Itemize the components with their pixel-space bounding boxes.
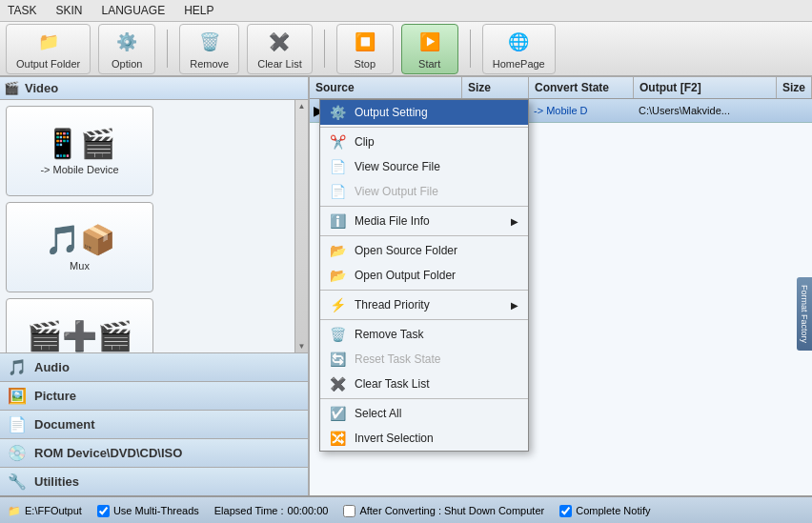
format-factory-tab[interactable]: Format Factory <box>797 277 812 351</box>
after-converting-label: After Converting : Shut Down Computer <box>359 505 544 516</box>
categories-area: 🎵 Audio 🖼️ Picture 📄 Document 💿 ROM Devi… <box>0 352 308 495</box>
picture-category[interactable]: 🖼️ Picture <box>0 381 308 410</box>
left-panel-scrollbar[interactable]: ▲ ▼ <box>294 100 308 352</box>
col-output: Output [F2] <box>634 77 777 98</box>
elapsed-time-value: 00:00:00 <box>288 505 329 516</box>
cm-open-output-folder-label: Open Output Folder <box>355 269 456 282</box>
file-state: -> Mobile D <box>528 101 633 120</box>
cm-clear-task-list-icon: ✖️ <box>330 376 347 392</box>
cm-sep-6 <box>320 398 528 399</box>
clear-list-icon: ✖️ <box>266 29 293 55</box>
mobile-device-card[interactable]: 📱🎬 -> Mobile Device <box>6 106 153 196</box>
utilities-icon: 🔧 <box>8 473 27 491</box>
complete-notify-checkbox[interactable] <box>559 505 572 517</box>
audio-category[interactable]: 🎵 Audio <box>0 352 308 381</box>
multi-threads-checkbox[interactable] <box>97 505 110 517</box>
document-category[interactable]: 📄 Document <box>0 410 308 438</box>
clear-list-label: Clear List <box>257 58 301 70</box>
video-joiner-card[interactable]: 🎬➕🎬 Video Joiner <box>6 298 153 352</box>
cm-clip-icon: ✂️ <box>330 134 347 150</box>
document-label: Document <box>34 417 95 432</box>
cm-sep-3 <box>320 235 528 236</box>
option-button[interactable]: ⚙️ Option <box>98 24 155 74</box>
homepage-label: HomePage <box>493 58 545 70</box>
cm-reset-task-icon: 🔄 <box>330 352 347 367</box>
rom-icon: 💿 <box>8 444 27 462</box>
stop-button[interactable]: ⏹️ Stop <box>336 24 394 74</box>
cm-invert-selection-label: Invert Selection <box>355 432 434 445</box>
menu-help[interactable]: HELP <box>180 2 217 19</box>
menu-task[interactable]: TASK <box>4 2 40 19</box>
left-panel: 🎬 Video 📱🎬 -> Mobile Device 🎵📦 Mux 🎬➕🎬 <box>0 77 310 495</box>
cm-sep-1 <box>320 127 528 128</box>
cm-open-source-folder-label: Open Source Folder <box>355 244 457 257</box>
cm-output-setting-icon: ⚙️ <box>330 105 347 120</box>
start-icon: ▶️ <box>416 29 443 55</box>
option-label: Option <box>112 58 142 70</box>
cm-remove-task-label: Remove Task <box>355 328 423 341</box>
output-path: E:\FFOutput <box>25 505 82 516</box>
menu-skin[interactable]: SKIN <box>51 2 86 19</box>
cm-select-all[interactable]: ☑️ Select All <box>320 401 528 426</box>
remove-button[interactable]: 🗑️ Remove <box>179 24 239 74</box>
cm-view-source[interactable]: 📄 View Source File <box>320 154 528 179</box>
picture-icon: 🖼️ <box>8 387 27 405</box>
rom-category[interactable]: 💿 ROM Device\DVD\CD\ISO <box>0 438 308 467</box>
left-panel-header: 🎬 Video <box>0 77 308 100</box>
folder-icon: 📁 <box>8 505 21 517</box>
cm-remove-task[interactable]: 🗑️ Remove Task <box>320 322 528 347</box>
cm-open-source-folder[interactable]: 📂 Open Source Folder <box>320 238 528 263</box>
cm-view-source-label: View Source File <box>355 160 440 173</box>
cm-media-info[interactable]: ℹ️ Media File Info ▶ <box>320 209 528 233</box>
cm-invert-selection-icon: 🔀 <box>330 431 347 446</box>
audio-label: Audio <box>34 360 70 374</box>
menu-language[interactable]: LANGUAGE <box>97 2 169 19</box>
document-icon: 📄 <box>8 415 27 433</box>
toolbar-separator-1 <box>167 30 168 68</box>
mobile-device-label: -> Mobile Device <box>40 164 118 175</box>
toolbar-separator-2 <box>324 30 325 68</box>
mux-card[interactable]: 🎵📦 Mux <box>6 202 153 292</box>
cm-clip[interactable]: ✂️ Clip <box>320 130 528 154</box>
remove-icon: 🗑️ <box>196 29 223 55</box>
audio-icon: 🎵 <box>8 358 27 376</box>
col-state: Convert State <box>529 77 634 98</box>
cm-view-source-icon: 📄 <box>330 159 347 174</box>
output-folder-label: Output Folder <box>16 58 80 70</box>
utilities-category[interactable]: 🔧 Utilities <box>0 467 308 495</box>
homepage-button[interactable]: 🌐 HomePage <box>482 24 556 74</box>
mux-icon: 🎵📦 <box>45 223 115 256</box>
output-folder-button[interactable]: 📁 Output Folder <box>6 24 91 74</box>
stop-label: Stop <box>354 58 376 70</box>
cm-sep-4 <box>320 290 528 291</box>
cm-clear-task-list-label: Clear Task List <box>355 377 429 391</box>
cm-thread-priority[interactable]: ⚡ Thread Priority ▶ <box>320 292 528 317</box>
cm-thread-priority-label: Thread Priority <box>355 298 430 312</box>
video-joiner-icon: 🎬➕🎬 <box>27 319 132 352</box>
cm-view-output-icon: 📄 <box>330 184 347 199</box>
video-icon: 🎬 <box>4 81 19 95</box>
cm-thread-priority-arrow: ▶ <box>511 300 518 311</box>
cm-sep-2 <box>320 206 528 207</box>
context-menu: ⚙️ Output Setting ✂️ Clip 📄 View Source … <box>319 99 529 452</box>
elapsed-time-label: Elapsed Time : <box>214 505 284 516</box>
start-button[interactable]: ▶️ Start <box>401 24 458 74</box>
complete-notify-label: Complete Notify <box>576 505 650 516</box>
homepage-icon: 🌐 <box>505 29 532 55</box>
right-panel: Source Size Convert State Output [F2] Si… <box>310 77 812 495</box>
file-list-header: Source Size Convert State Output [F2] Si… <box>310 77 812 99</box>
cm-remove-task-icon: 🗑️ <box>330 327 347 342</box>
clear-list-button[interactable]: ✖️ Clear List <box>247 24 312 74</box>
cm-clear-task-list[interactable]: ✖️ Clear Task List <box>320 372 528 396</box>
cm-invert-selection[interactable]: 🔀 Invert Selection <box>320 426 528 451</box>
elapsed-time-item: Elapsed Time : 00:00:00 <box>214 505 329 516</box>
cm-open-output-folder[interactable]: 📂 Open Output Folder <box>320 263 528 288</box>
remove-label: Remove <box>190 58 229 70</box>
start-label: Start <box>418 58 440 70</box>
cm-output-setting[interactable]: ⚙️ Output Setting <box>320 100 528 125</box>
mobile-device-icon: 📱🎬 <box>45 127 115 160</box>
main-area: 🎬 Video 📱🎬 -> Mobile Device 🎵📦 Mux 🎬➕🎬 <box>0 77 812 495</box>
option-icon: ⚙️ <box>113 29 140 55</box>
after-converting-checkbox[interactable] <box>343 505 355 517</box>
cm-reset-task-label: Reset Task State <box>355 352 441 366</box>
